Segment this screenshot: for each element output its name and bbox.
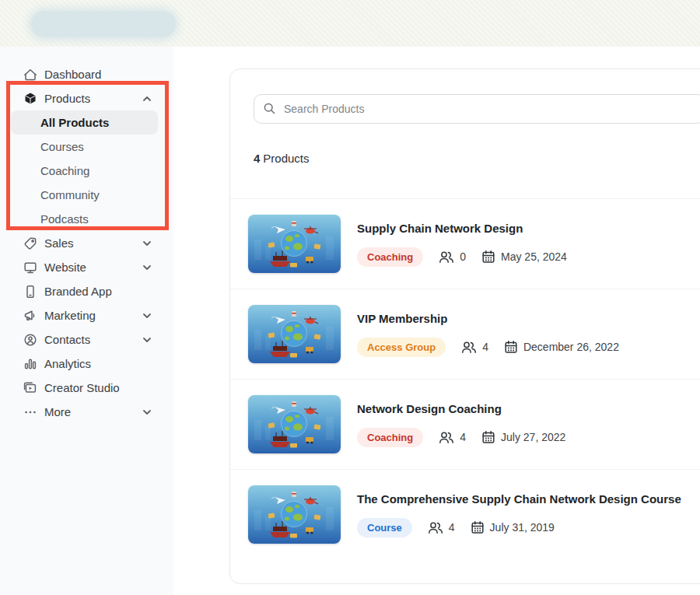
sidebar-item-courses[interactable]: Courses [11,135,158,159]
calendar-icon [481,250,495,264]
sidebar-item-label: Creator Studio [44,381,120,394]
products-count: 4Products [254,152,700,165]
sidebar-item-dashboard[interactable]: Dashboard [11,62,158,86]
created-date-value: July 27, 2022 [501,431,565,443]
members-count: 4 [461,340,488,355]
product-type-badge: Coaching [357,247,423,267]
product-row[interactable]: The Comprehensive Supply Chain Network D… [230,469,700,559]
product-type-badge: Course [357,518,412,537]
product-row[interactable]: VIP Membership Access Group 4 December 2… [230,289,700,379]
products-count-number: 4 [254,152,260,165]
members-count-value: 4 [449,521,455,534]
sidebar-item-label: More [44,405,71,418]
sidebar-item-analytics[interactable]: Analytics [11,352,158,376]
created-date: December 26, 2022 [504,340,619,354]
sidebar-item-label: Coaching [40,164,89,177]
sidebar-item-website[interactable]: Website [11,255,158,279]
ellipsis-icon [23,405,37,419]
sidebar-item-marketing[interactable]: Marketing [11,303,158,327]
sidebar-item-label: Website [44,261,86,274]
product-thumbnail [248,305,341,363]
users-icon [461,340,477,355]
chevron-down-icon [142,409,158,415]
sidebar-item-coaching[interactable]: Coaching [11,159,158,183]
members-count-value: 4 [460,431,466,443]
tag-icon [23,236,37,250]
sidebar-item-label: Products [44,92,90,105]
sidebar-item-all-products[interactable]: All Products [11,110,158,135]
sidebar-item-sales[interactable]: Sales [11,231,158,255]
sidebar-item-products[interactable]: Products [11,86,158,110]
main-content: 4Products Supply Chain Network Design Co… [173,47,700,595]
chevron-down-icon [142,264,158,271]
product-title: Network Design Coaching [357,402,565,415]
sidebar-item-more[interactable]: More [11,400,158,424]
calendar-icon [504,340,518,354]
created-date: July 27, 2022 [481,430,565,444]
masked-account-pill[interactable] [31,11,176,37]
chevron-down-icon [142,313,158,319]
sidebar-item-label: Marketing [44,309,96,322]
product-title: The Comprehensive Supply Chain Network D… [357,492,681,506]
sidebar-item-podcasts[interactable]: Podcasts [11,207,158,231]
products-card: 4Products Supply Chain Network Design Co… [229,68,700,584]
products-count-label: Products [263,152,309,165]
created-date-value: December 26, 2022 [523,341,619,353]
users-icon [428,520,443,535]
product-thumbnail [248,485,341,544]
created-date: July 31, 2019 [471,520,555,534]
products-box-icon [23,92,37,106]
chevron-down-icon [142,240,158,247]
sidebar-item-label: Contacts [44,333,90,346]
sidebar-item-label: Sales [44,236,74,250]
contact-icon [23,333,37,347]
product-thumbnail [248,215,341,273]
created-date: May 25, 2024 [481,250,567,264]
sidebar-item-contacts[interactable]: Contacts [11,327,158,352]
users-icon [439,250,454,264]
creator-studio-icon [23,381,37,395]
members-count-value: 0 [460,250,466,263]
sidebar-item-label: Analytics [44,357,91,370]
members-count: 4 [439,430,466,445]
product-type-badge: Access Group [357,338,446,357]
created-date-value: July 31, 2019 [490,521,555,534]
product-row[interactable]: Network Design Coaching Coaching 4 July … [230,379,700,469]
smartphone-icon [23,285,37,299]
product-title: VIP Membership [357,312,619,325]
megaphone-icon [23,309,37,323]
members-count: 0 [439,250,466,264]
bar-chart-icon [23,357,37,371]
created-date-value: May 25, 2024 [501,250,567,263]
app-body: Dashboard Products All Products Courses … [0,47,700,595]
sidebar-item-label: Courses [40,140,84,153]
sidebar-item-label: Branded App [44,285,112,298]
search-bar [254,94,700,124]
calendar-icon [471,520,485,534]
chevron-up-icon [142,96,158,102]
products-list: Supply Chain Network Design Coaching 0 M… [230,198,700,559]
sidebar-item-label: Community [40,188,100,201]
search-icon [263,102,276,118]
sidebar: Dashboard Products All Products Courses … [0,47,173,595]
sidebar-item-label: Podcasts [40,212,89,226]
product-row[interactable]: Supply Chain Network Design Coaching 0 M… [230,198,700,289]
home-icon [23,68,37,82]
product-thumbnail [248,395,341,453]
sidebar-item-label: All Products [40,116,109,129]
product-type-badge: Coaching [357,428,423,447]
sidebar-item-branded-app[interactable]: Branded App [11,279,158,303]
members-count-value: 4 [482,341,488,353]
sidebar-item-creator-studio[interactable]: Creator Studio [11,376,158,400]
product-title: Supply Chain Network Design [357,222,567,235]
users-icon [439,430,454,445]
sidebar-item-community[interactable]: Community [11,183,158,207]
sidebar-item-label: Dashboard [44,68,101,81]
monitor-icon [23,261,37,275]
search-input[interactable] [254,94,700,124]
chevron-down-icon [142,337,158,343]
top-bar [0,0,700,47]
members-count: 4 [428,520,455,535]
calendar-icon [481,430,495,444]
